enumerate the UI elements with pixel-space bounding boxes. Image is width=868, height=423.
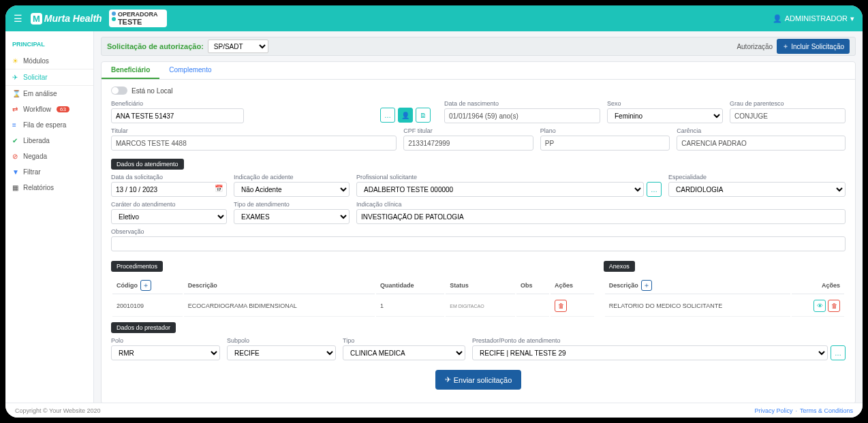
search-beneficiary-button[interactable]: … <box>380 108 395 123</box>
sidebar-item-fila[interactable]: ≡Fila de espera <box>5 117 93 133</box>
select-subpolo[interactable]: RECIFE <box>227 345 336 360</box>
sidebar-header: PRINCIPAL <box>5 38 93 53</box>
col-anexo-descricao: Descrição＋ <box>605 277 790 294</box>
select-carater[interactable]: Eletivo <box>111 209 227 224</box>
input-obs[interactable] <box>111 236 846 251</box>
table-row: RELATORIO DO MEDICO SOLICITANTE 👁 🗑 <box>605 296 844 317</box>
delete-procedimento-button[interactable]: 🗑 <box>555 300 567 312</box>
chevron-down-icon: ▾ <box>850 14 854 23</box>
view-anexo-button[interactable]: 👁 <box>813 300 826 312</box>
delete-anexo-button[interactable]: 🗑 <box>828 300 840 312</box>
sidebar-item-liberada[interactable]: ✔Liberada <box>5 133 93 148</box>
section-prestador: Dados do prestador <box>111 322 176 333</box>
anexos-table: Descrição＋ Ações RELATORIO DO MEDICO SOL… <box>604 276 846 318</box>
sidebar-item-filtrar[interactable]: ▼Filtrar <box>5 164 93 180</box>
check-icon: ✔ <box>12 137 19 144</box>
plus-icon: ＋ <box>782 42 789 51</box>
sidebar-item-negada[interactable]: ⊘Negada <box>5 148 93 164</box>
sidebar-item-relatorios[interactable]: ▦Relatórios <box>5 180 93 195</box>
privacy-link[interactable]: Privacy Policy <box>754 407 792 414</box>
sidebar-item-solicitar[interactable]: ✈Solicitar <box>5 69 93 86</box>
auth-label: Autorização <box>737 43 773 50</box>
label-nascimento: Data de nascimento <box>444 100 600 107</box>
table-row: 20010109 ECOCARDIOGRAMA BIDIMENSIONAL 1 … <box>112 296 594 317</box>
user-menu[interactable]: 👤 ADMINISTRADOR ▾ <box>773 14 854 23</box>
procedimentos-table: Código＋ Descrição Quantidade Status Obs … <box>111 276 595 318</box>
label-profissional: Profissional solicitante <box>356 174 662 181</box>
select-polo[interactable]: RMR <box>111 345 220 360</box>
input-cpf <box>403 136 533 151</box>
id-card-button[interactable]: 🗎 <box>416 108 431 123</box>
user-icon: 👤 <box>773 14 782 23</box>
person-button[interactable]: 👤 <box>398 108 413 123</box>
send-icon: ✈ <box>12 74 19 81</box>
col-acoes: Ações <box>551 277 594 294</box>
select-especialidade[interactable]: CARDIOLOGIA <box>668 182 846 197</box>
label-parentesco: Grau de parentesco <box>730 100 846 107</box>
input-carencia <box>677 136 846 151</box>
section-procedimentos: Procedimentos <box>111 261 163 272</box>
tabs: Beneficiário Complemento <box>102 62 855 80</box>
status-badge: EM DIGITACAO <box>450 304 484 309</box>
select-acidente[interactable]: Não Acidente <box>234 182 350 197</box>
label-plano: Plano <box>540 127 670 134</box>
toolbar-label: Solicitação de autorização: <box>107 42 204 50</box>
section-atendimento: Dados do atendimento <box>111 159 184 170</box>
report-icon: ▦ <box>12 184 19 191</box>
send-request-button[interactable]: ✈ Enviar solicitação <box>435 370 522 390</box>
label-data-solicitacao: Data da solicitação <box>111 174 227 181</box>
sidebar-item-analise[interactable]: ⌛Em análise <box>5 86 93 101</box>
label-sexo: Sexo <box>607 100 723 107</box>
label-tipo-prestador: Tipo <box>343 337 465 344</box>
col-codigo: Código＋ <box>112 277 183 294</box>
label-subpolo: Subpolo <box>227 337 336 344</box>
label-indicacao: Indicação clínica <box>356 201 846 208</box>
local-toggle[interactable] <box>111 87 127 95</box>
select-tipo-prestador[interactable]: CLINICA MEDICA <box>343 345 465 360</box>
brand-logo: MMurta Health <box>31 13 102 25</box>
auth-type-select[interactable]: SP/SADT <box>208 40 268 53</box>
sidebar-item-workflow[interactable]: ⇄Workflow63 <box>5 101 93 117</box>
operadora-badge: OPERADORATESTE <box>109 10 167 27</box>
local-toggle-label: Está no Local <box>131 87 173 95</box>
input-beneficiario[interactable] <box>111 108 244 123</box>
footer: Copyright © Your Website 2020 Privacy Po… <box>5 403 863 418</box>
select-tipo-atendimento[interactable]: EXAMES <box>234 209 350 224</box>
queue-icon: ≡ <box>12 121 19 129</box>
col-descricao: Descrição <box>184 277 375 294</box>
search-prestador-button[interactable]: … <box>831 345 846 360</box>
menu-toggle-icon[interactable]: ☰ <box>14 13 22 24</box>
input-titular <box>111 136 397 151</box>
select-profissional[interactable]: ADALBERTO TESTE 000000 <box>356 182 644 197</box>
tab-beneficiario[interactable]: Beneficiário <box>102 62 159 79</box>
copyright: Copyright © Your Website 2020 <box>15 407 101 414</box>
label-titular: Titular <box>111 127 397 134</box>
add-anexo-button[interactable]: ＋ <box>641 280 652 291</box>
toolbar: Solicitação de autorização: SP/SADT Auto… <box>101 37 856 56</box>
workflow-badge: 63 <box>57 106 69 112</box>
label-ponto: Prestador/Ponto de atendimento <box>472 337 846 344</box>
label-beneficiario: Beneficiário <box>111 100 244 107</box>
input-data-solicitacao[interactable] <box>111 182 227 197</box>
label-polo: Polo <box>111 337 220 344</box>
add-procedimento-button[interactable]: ＋ <box>140 280 151 291</box>
input-indicacao[interactable] <box>356 209 846 224</box>
select-sexo[interactable]: Feminino <box>607 108 723 123</box>
label-obs: Observação <box>111 228 846 235</box>
filter-icon: ▼ <box>12 168 19 176</box>
select-ponto[interactable]: RECIFE | RENAL TESTE 29 <box>472 345 828 360</box>
label-tipo-atendimento: Tipo de atendimento <box>234 201 350 208</box>
col-obs: Obs <box>516 277 549 294</box>
label-acidente: Indicação de acidente <box>234 174 350 181</box>
label-carater: Caráter do atendimento <box>111 201 227 208</box>
include-request-button[interactable]: ＋Incluir Solicitação <box>777 39 850 54</box>
calendar-icon[interactable]: 📅 <box>215 185 223 192</box>
terms-link[interactable]: Terms & Conditions <box>800 407 853 414</box>
input-nascimento <box>444 108 600 123</box>
col-status: Status <box>446 277 515 294</box>
sidebar-item-modulos[interactable]: ☀Módulos <box>5 53 93 69</box>
send-icon: ✈ <box>445 375 451 384</box>
topbar: ☰ MMurta Health OPERADORATESTE 👤 ADMINIS… <box>5 5 863 31</box>
search-professional-button[interactable]: … <box>647 182 662 197</box>
tab-complemento[interactable]: Complemento <box>159 62 221 79</box>
